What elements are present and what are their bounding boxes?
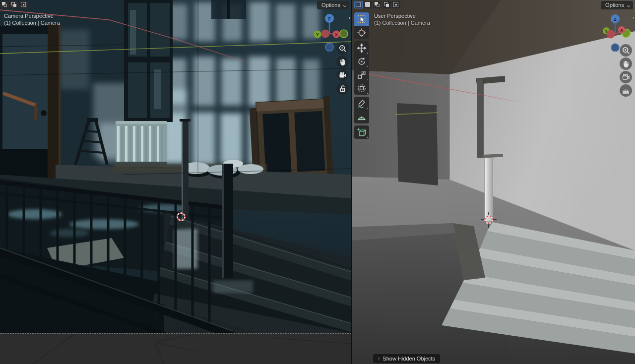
select-invert-icon[interactable] <box>10 1 18 8</box>
camera-lock-icon[interactable] <box>336 82 349 95</box>
show-hidden-objects-label: Show Hidden Objects <box>382 354 435 363</box>
select-subtract-icon[interactable] <box>373 1 381 8</box>
camera-view-icon[interactable] <box>620 71 632 83</box>
axis-ball <box>607 30 615 39</box>
pan-hand-icon[interactable] <box>336 56 349 68</box>
select-extend-icon[interactable] <box>364 1 372 8</box>
select-intersect-icon[interactable] <box>19 1 28 8</box>
viewport-nav-controls <box>620 44 632 98</box>
options-button[interactable]: Options <box>317 1 349 9</box>
chevron-down-icon <box>343 4 346 7</box>
show-hidden-objects-button[interactable]: › Show Hidden Objects <box>373 354 440 363</box>
cursor-tool[interactable] <box>354 26 369 39</box>
select-invert-icon[interactable] <box>382 1 391 8</box>
axis-z-label: Z <box>614 16 617 22</box>
options-button[interactable]: Options <box>601 1 633 9</box>
axis-x-label: X <box>335 32 338 37</box>
annotate-tool[interactable] <box>354 97 369 110</box>
pan-hand-icon[interactable] <box>620 58 632 70</box>
options-label: Options <box>605 2 624 8</box>
axis-neg-z-ball <box>325 43 333 51</box>
move-tool[interactable] <box>354 41 369 55</box>
view-name-label: User Perspective <box>374 12 416 19</box>
add-cube-tool[interactable] <box>354 125 369 139</box>
tool-shelf <box>354 12 369 139</box>
expand-arrow-icon: › <box>378 354 380 363</box>
options-label: Options <box>321 2 340 8</box>
zoom-icon[interactable] <box>620 44 632 57</box>
collection-camera-label: (1) Collection | Camera <box>4 19 60 26</box>
viewport-camera-perspective[interactable]: Camera Perspective (1) Collection | Came… <box>0 0 351 364</box>
axis-neg-z-ball <box>611 44 619 52</box>
transform-tool[interactable] <box>354 81 369 95</box>
camera-view-icon[interactable] <box>336 69 349 81</box>
active-tool-indicator <box>354 12 369 27</box>
axis-y-label: Y <box>316 32 319 37</box>
viewport-nav-controls <box>336 42 349 96</box>
select-intersect-icon[interactable] <box>392 1 400 8</box>
axis-ball <box>321 30 330 38</box>
select-subtract-icon[interactable] <box>0 1 9 8</box>
collection-camera-label: (1) Collection | Camera <box>374 19 430 26</box>
select-new-icon[interactable] <box>354 1 363 8</box>
chevron-down-icon <box>627 4 630 7</box>
axis-z-label: Z <box>328 16 331 21</box>
rendered-scene-camera-view[interactable] <box>0 0 351 333</box>
solid-shaded-scene[interactable] <box>352 0 635 364</box>
blender-split-viewport-app: Camera Perspective (1) Collection | Came… <box>0 0 635 364</box>
select-mode-strip <box>354 1 400 8</box>
view-name-label: Camera Perspective <box>4 12 54 19</box>
viewport-user-perspective[interactable]: User Perspective (1) Collection | Camera… <box>352 0 635 364</box>
perspective-grid-icon[interactable] <box>620 84 632 97</box>
zoom-icon[interactable] <box>336 42 349 55</box>
axis-x-label: X <box>620 28 623 33</box>
scale-tool[interactable] <box>354 68 369 81</box>
camera-passepartout <box>0 333 351 364</box>
measure-tool[interactable] <box>354 110 369 123</box>
rotate-tool[interactable] <box>354 55 369 68</box>
axis-neg-y-ball <box>340 30 348 38</box>
select-mode-strip <box>0 1 28 8</box>
